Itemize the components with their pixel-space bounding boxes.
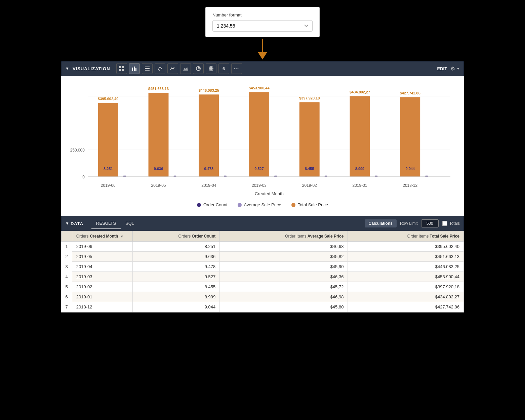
legend-label-total-sale-price: Total Sale Price [298,202,328,207]
bar-chart-icon-btn[interactable] [129,63,140,74]
col-header-created-month[interactable]: Orders Created Month∨ [72,231,132,242]
chart-area: 250.000 0 $395.602,40 8.251 2019-06 $451… [61,76,464,213]
cell-order-count: 9.636 [132,252,220,262]
bar-group-2019-01: $434.802,27 8.999 2019-01 [350,90,377,188]
col-header-order-count[interactable]: Orders Order Count [132,231,220,242]
totals-label: Totals [442,221,460,226]
legend-total-sale-price: Total Sale Price [291,202,328,207]
svg-text:8.999: 8.999 [355,167,364,171]
more-icon-btn[interactable]: ••• [231,63,242,74]
cell-created-month: 2018-12 [72,302,132,312]
bar-group-2019-03: $453.900,44 9.527 2019-03 [249,86,277,188]
cell-avg-sale-price: $46,68 [220,242,348,252]
svg-text:2019-02: 2019-02 [302,183,317,188]
svg-rect-0 [119,66,121,68]
svg-rect-24 [98,103,118,177]
svg-text:9.044: 9.044 [406,167,415,171]
row-number: 3 [62,262,72,272]
data-section-header: ▼ DATA [65,221,89,226]
bar-group-2019-06: $395.602,40 8.251 2019-06 [98,97,126,188]
svg-text:Created Month: Created Month [255,191,284,196]
cell-order-count: 8.455 [132,282,220,292]
svg-point-11 [159,67,161,68]
edit-button[interactable]: EDIT [437,66,447,71]
legend-avg-sale-price: Average Sale Price [238,202,281,207]
collapse-triangle[interactable]: ▼ [65,66,69,71]
table-header-row: Orders Created Month∨ Orders Order Count… [62,231,464,242]
cell-created-month: 2019-02 [72,282,132,292]
svg-rect-34 [199,94,219,177]
table-icon-btn[interactable] [116,63,127,74]
table-row: 32019-049.478$45,90$446.083,25 [62,262,464,272]
cell-created-month: 2019-01 [72,292,132,302]
svg-text:0: 0 [82,175,85,179]
svg-text:9.527: 9.527 [254,167,264,171]
row-number: 5 [62,282,72,292]
svg-text:$446.083,25: $446.083,25 [199,88,219,92]
sql-tab[interactable]: SQL [121,218,139,229]
cell-total-sale-price: $395.602,40 [348,242,464,252]
svg-text:2019-04: 2019-04 [201,183,216,188]
svg-rect-44 [299,102,320,177]
svg-text:$427.742,86: $427.742,86 [400,91,420,95]
table-row: 42019-039.527$46,36$453.900,44 [62,272,464,282]
arrow-head [258,52,267,59]
visualization-toolbar: ▼ VISUALIZATION [61,61,464,76]
number-format-select[interactable]: 1.234,56 1,234.56 1 234,56 1234.56 [212,20,313,32]
cell-total-sale-price: $427.742,86 [348,302,464,312]
number-icon-btn[interactable]: 6 [218,63,229,74]
svg-text:$453.900,44: $453.900,44 [249,86,270,90]
cell-avg-sale-price: $45,72 [220,282,348,292]
svg-text:2018-12: 2018-12 [403,183,417,188]
svg-rect-7 [145,67,150,67]
scatter-icon-btn[interactable] [155,63,165,74]
cell-created-month: 2019-04 [72,262,132,272]
results-tab[interactable]: RESULTS [91,218,121,229]
svg-text:2019-05: 2019-05 [151,183,166,188]
settings-button[interactable]: ⚙ ▼ [450,66,460,72]
legend-label-order-count: Order Count [203,202,228,207]
svg-point-13 [159,70,160,71]
svg-rect-39 [249,92,269,177]
data-toolbar-right: Calculations Row Limit Totals [365,219,460,227]
cell-order-count: 9.527 [132,272,220,282]
area-icon-btn[interactable] [180,63,191,74]
row-num-header [62,231,72,242]
col-header-total-sale-price[interactable]: Order Items Total Sale Price [348,231,464,242]
svg-marker-14 [183,67,188,71]
arrow-shaft [262,39,263,52]
data-table: Orders Created Month∨ Orders Order Count… [61,231,464,312]
pie-icon-btn[interactable] [193,63,204,74]
data-collapse-triangle[interactable]: ▼ [65,221,69,226]
list-icon-btn[interactable] [142,63,153,74]
map-icon-btn[interactable] [206,63,216,74]
cell-avg-sale-price: $45,82 [220,252,348,262]
number-format-label: Number format [212,12,313,17]
cell-created-month: 2019-03 [72,272,132,282]
bar-group-2018-12: $427.742,86 9.044 2018-12 [400,91,428,188]
bar-group-2019-05: $451.663,13 9.636 2019-05 [148,87,176,188]
totals-text: Totals [449,221,460,226]
col-header-avg-sale-price[interactable]: Order Items Average Sale Price [220,231,348,242]
table-row: 72018-129.044$45,80$427.742,86 [62,302,464,312]
svg-rect-8 [145,68,150,69]
cell-order-count: 9.478 [132,262,220,272]
main-panel: ▼ VISUALIZATION [61,61,464,312]
row-limit-label: Row Limit [400,221,418,226]
bar-group-2019-04: $446.083,25 9.478 2019-04 [199,88,227,188]
row-number: 6 [62,292,72,302]
svg-rect-54 [400,97,420,177]
svg-rect-6 [135,68,136,71]
row-number: 1 [62,242,72,252]
row-limit-input[interactable] [421,219,439,227]
legend-dot-total-sale-price [291,203,295,207]
line-icon-btn[interactable] [167,63,178,74]
totals-checkbox[interactable] [442,221,447,226]
svg-text:9.636: 9.636 [154,167,163,171]
calculations-button[interactable]: Calculations [365,219,397,227]
svg-rect-5 [134,67,135,71]
cell-avg-sale-price: $46,36 [220,272,348,282]
cell-avg-sale-price: $45,90 [220,262,348,272]
svg-point-12 [161,68,162,69]
legend-dot-avg-sale-price [238,203,242,207]
